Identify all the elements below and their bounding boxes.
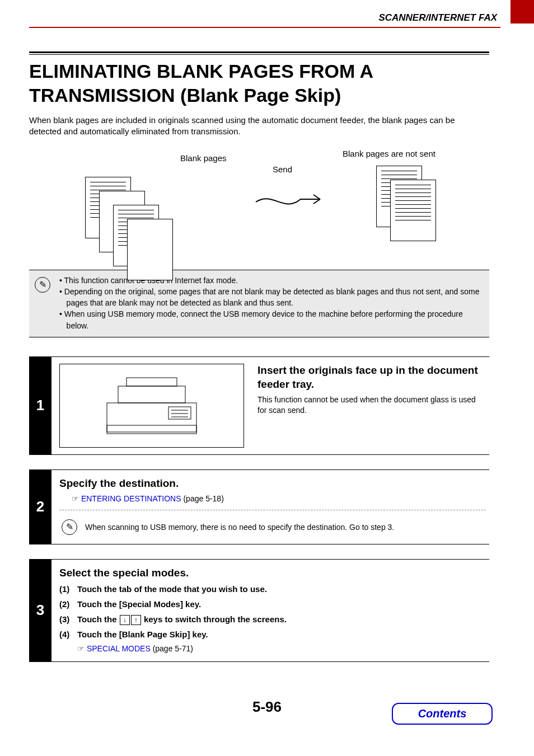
note-item: Depending on the original, some pages th… [59,286,484,309]
step-2-note: ✎ When scanning to USB memory, there is … [59,517,486,537]
page-content: ELIMINATING BLANK PAGES FROM A TRANSMISS… [29,51,489,677]
send-label: Send [273,165,292,174]
divider [59,510,486,510]
substep-num: (1) [59,583,77,595]
note-list: This function cannot be used in Internet… [59,275,484,331]
entering-destinations-link[interactable]: ENTERING DESTINATIONS [81,494,181,503]
step-number: 3 [29,560,51,661]
step-1: 1 Insert the originals face up in the do… [29,356,489,455]
step-number: 2 [29,470,51,544]
send-arrow-icon [253,188,326,210]
step-2-title: Specify the destination. [59,477,486,491]
substep-text: Touch the tab of the mode that you wish … [77,584,267,594]
note-item: When using USB memory mode, connect the … [59,308,484,331]
note-icon: ✎ [62,519,77,535]
svg-rect-1 [118,386,185,403]
intro-paragraph: When blank pages are included in origina… [29,115,489,138]
substep-num: (3) [59,613,77,625]
substep-num: (4) [59,628,77,640]
not-sent-label: Blank pages are not sent [343,149,435,158]
substep-text-pre: Touch the [77,614,119,624]
title-rule [29,51,489,55]
printer-illustration [59,364,244,448]
step-number: 1 [29,357,51,454]
link-page-ref: (page 5-71) [151,644,193,653]
printer-icon [96,372,208,439]
svg-rect-0 [107,403,196,434]
page-title: ELIMINATING BLANK PAGES FROM A TRANSMISS… [29,59,489,107]
svg-rect-3 [168,407,191,419]
step-2: 2 Specify the destination. ☞ ENTERING DE… [29,469,489,544]
arrow-up-key-icon: ↑ [131,615,141,625]
chapter-tab [510,0,534,24]
link-page-ref: (page 5-18) [181,494,224,503]
contents-button[interactable]: Contents [392,703,493,725]
blank-page-diagram: Blank pages Send Blank pages are not sen… [79,149,461,261]
note-box: ✎ This function cannot be used in Intern… [29,270,489,337]
substep-text: Touch the [Blank Page Skip] key. [77,630,208,639]
substep-text: Touch the [Special Modes] key. [77,599,201,609]
step-3-title: Select the special modes. [59,566,486,580]
substep-num: (2) [59,598,77,610]
step-3: 3 Select the special modes. (1)Touch the… [29,559,489,662]
note-item: This function cannot be used in Internet… [59,275,484,286]
step-2-link-line: ☞ ENTERING DESTINATIONS (page 5-18) [72,494,486,503]
step-2-note-text: When scanning to USB memory, there is no… [85,523,394,532]
section-title: SCANNER/INTERNET FAX [378,12,497,23]
arrow-down-key-icon: ↓ [120,615,130,625]
step-1-title: Insert the originals face up in the docu… [257,364,486,391]
step-3-link-line: ☞ SPECIAL MODES (page 5-71) [77,644,486,655]
step-1-desc: This function cannot be used when the do… [257,395,486,416]
svg-rect-7 [107,425,196,432]
substep-text-post: keys to switch through the screens. [142,614,287,624]
svg-rect-2 [127,378,177,386]
step-3-list: (1)Touch the tab of the mode that you wi… [59,583,486,655]
note-icon: ✎ [35,277,50,293]
blank-pages-label: Blank pages [180,153,227,163]
special-modes-link[interactable]: SPECIAL MODES [87,644,151,653]
section-header: SCANNER/INTERNET FAX [29,12,500,28]
